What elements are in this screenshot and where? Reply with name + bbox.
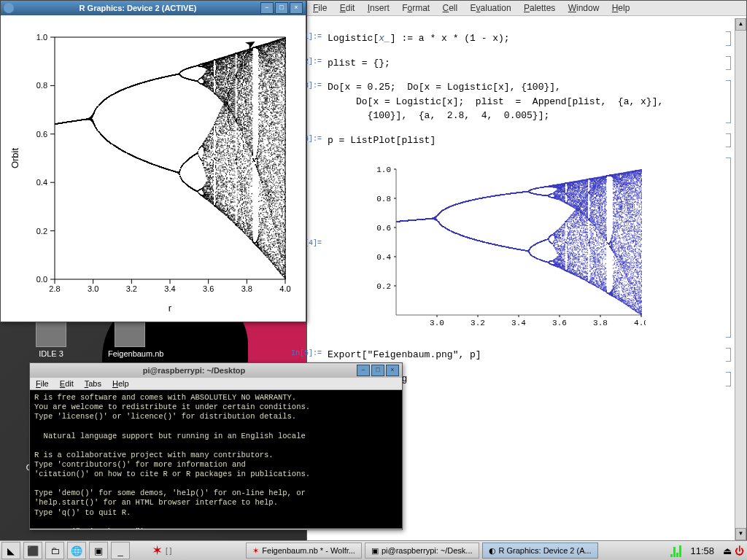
- svg-rect-60407: [209, 150, 210, 151]
- scroll-up-icon[interactable]: ▲: [735, 18, 746, 31]
- svg-rect-35092: [635, 309, 635, 310]
- svg-rect-29289: [595, 203, 595, 203]
- close-button[interactable]: ×: [386, 365, 399, 376]
- titlebar[interactable]: R Graphics: Device 2 (ACTIVE) − □ ×: [1, 1, 306, 15]
- svg-rect-30136: [600, 227, 601, 228]
- desktop-icon-idle3[interactable]: IDLE 3: [29, 321, 73, 358]
- svg-rect-64850: [238, 78, 239, 79]
- menu-insert[interactable]: Insert: [368, 3, 390, 13]
- svg-rect-33812: [626, 269, 627, 270]
- svg-rect-67987: [258, 230, 259, 230]
- menu-cell[interactable]: Cell: [443, 3, 458, 13]
- menu-edit[interactable]: Edit: [340, 3, 355, 13]
- svg-rect-63623: [230, 90, 231, 91]
- show-desktop-icon[interactable]: _: [111, 542, 130, 559]
- terminal-output[interactable]: R is free software and comes with ABSOLU…: [30, 390, 402, 529]
- menu-edit[interactable]: Edit: [60, 379, 74, 388]
- svg-rect-61847: [218, 134, 219, 135]
- scrollbar[interactable]: ▲ ▼: [735, 18, 746, 540]
- svg-rect-32999: [620, 198, 621, 199]
- svg-rect-27337: [581, 216, 582, 217]
- svg-rect-34247: [629, 198, 630, 198]
- svg-rect-71511: [281, 254, 282, 255]
- svg-rect-32896: [619, 293, 620, 294]
- mathematica-tray-icon[interactable]: ✶: [152, 542, 163, 559]
- browser-icon[interactable]: 🌐: [67, 542, 86, 559]
- close-button[interactable]: ×: [290, 2, 303, 14]
- menu-help[interactable]: Help: [612, 3, 630, 13]
- svg-rect-27830: [585, 228, 586, 229]
- menu-help[interactable]: Help: [112, 379, 129, 388]
- menu-evaluation[interactable]: Evaluation: [471, 3, 511, 13]
- file-manager-icon[interactable]: 🗀: [45, 542, 64, 559]
- menu-palettes[interactable]: Palettes: [524, 3, 555, 13]
- minimize-button[interactable]: −: [357, 365, 370, 376]
- menu-window[interactable]: Window: [568, 3, 600, 13]
- svg-rect-33701: [624, 271, 625, 272]
- svg-rect-36138: [641, 313, 642, 314]
- svg-rect-69456: [268, 53, 268, 54]
- svg-rect-25242: [568, 254, 568, 254]
- svg-rect-70170: [272, 102, 273, 103]
- menu-tabs[interactable]: Tabs: [85, 379, 101, 388]
- svg-rect-28827: [592, 241, 593, 242]
- svg-rect-68196: [259, 86, 260, 87]
- svg-rect-69148: [266, 85, 266, 86]
- svg-rect-32213: [615, 260, 616, 261]
- svg-rect-25410: [568, 254, 569, 254]
- code-cell[interactable]: Do[x = 0.25; Do[x = Logistic[x], {100}],…: [328, 82, 663, 121]
- terminal-icon[interactable]: ▣: [89, 542, 108, 559]
- svg-rect-32111: [614, 198, 615, 199]
- svg-rect-63504: [229, 213, 230, 214]
- svg-rect-61849: [218, 184, 219, 184]
- svg-rect-68233: [260, 173, 260, 174]
- task-terminal[interactable]: ▣pi@raspberrypi: ~/Desk...: [365, 542, 479, 559]
- svg-rect-35703: [638, 224, 639, 225]
- svg-rect-66314: [247, 135, 248, 136]
- svg-rect-63723: [231, 184, 231, 185]
- svg-rect-69031: [265, 77, 266, 77]
- cpu-monitor-icon[interactable]: [670, 544, 681, 557]
- titlebar[interactable]: pi@raspberrypi: ~/Desktop − □ ×: [30, 363, 402, 378]
- menu-format[interactable]: Format: [402, 3, 430, 13]
- svg-rect-27010: [579, 184, 580, 184]
- svg-rect-35347: [636, 225, 637, 226]
- svg-text:Orbit: Orbit: [9, 148, 20, 169]
- task-feigenbaum-nb[interactable]: ✶Feigenbaum.nb * - Wolfr...: [246, 542, 362, 559]
- svg-text:1.0: 1.0: [36, 33, 47, 42]
- svg-rect-41932: [91, 118, 92, 119]
- clock[interactable]: 11:58: [684, 545, 720, 556]
- menu-file[interactable]: File: [36, 379, 49, 388]
- desktop-icon-feigenbaum-nb[interactable]: Feigenbaum.nb: [108, 321, 152, 358]
- task-r-graphics[interactable]: ◐R Graphics: Device 2 (A...: [482, 542, 598, 559]
- launcher-icon[interactable]: ⬛: [23, 542, 42, 559]
- svg-rect-24852: [565, 227, 565, 228]
- start-button[interactable]: ◣: [1, 542, 20, 559]
- svg-rect-70485: [274, 238, 274, 238]
- svg-rect-62507: [223, 151, 224, 152]
- svg-rect-29798: [599, 195, 600, 195]
- svg-rect-56929: [187, 160, 187, 160]
- bluetooth-icon[interactable]: ⏻: [735, 545, 744, 556]
- code-cell[interactable]: Export["Feigenbaum.png", p]: [328, 349, 481, 360]
- svg-rect-68028: [258, 70, 259, 71]
- system-tray: 11:58 ⏏ ⏻: [667, 544, 747, 557]
- svg-rect-62198: [221, 88, 222, 89]
- menu-file[interactable]: File: [313, 3, 327, 13]
- svg-rect-45291: [112, 144, 113, 145]
- svg-rect-59706: [205, 66, 206, 66]
- svg-rect-68390: [260, 231, 261, 232]
- svg-rect-30863: [605, 209, 606, 210]
- code-cell[interactable]: p = ListPlot[plist]: [328, 135, 436, 146]
- code-cell[interactable]: plist = {};: [328, 58, 390, 69]
- svg-rect-29962: [600, 198, 600, 198]
- minimize-button[interactable]: −: [260, 2, 274, 14]
- code-cell[interactable]: Logistic[x_] := a * x * (1 - x);: [328, 33, 510, 44]
- svg-rect-32195: [615, 195, 616, 196]
- scroll-down-icon[interactable]: ▼: [735, 528, 746, 540]
- maximize-button[interactable]: □: [275, 2, 288, 14]
- svg-rect-29235: [595, 259, 595, 260]
- eject-icon[interactable]: ⏏: [723, 545, 732, 556]
- svg-rect-35992: [640, 299, 641, 300]
- maximize-button[interactable]: □: [371, 365, 384, 376]
